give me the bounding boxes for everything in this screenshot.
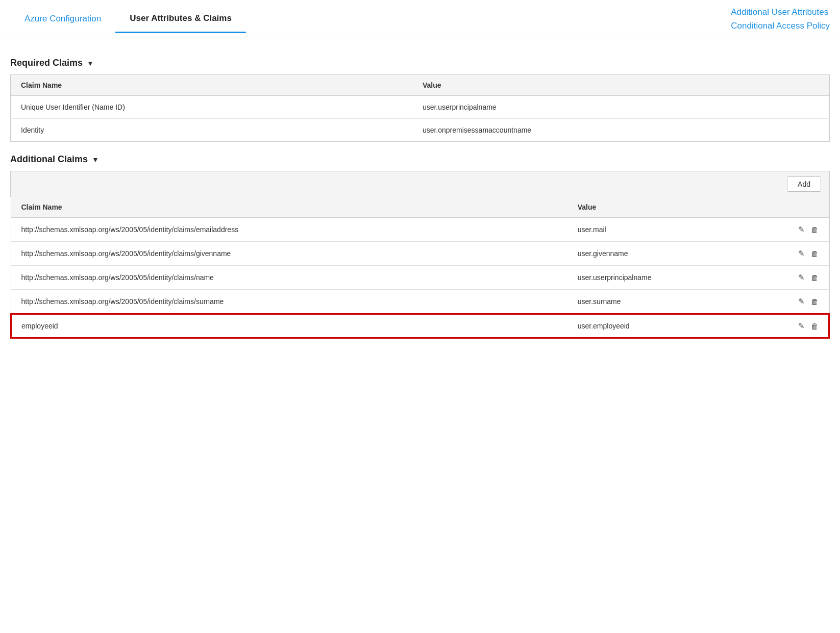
required-claim-value-cell: user.userprincipalname <box>412 96 830 119</box>
edit-icon[interactable]: ✎ <box>798 273 805 282</box>
tab-user-attributes-claims[interactable]: User Attributes & Claims <box>115 5 246 33</box>
content-area: Required Claims ▼ Claim Name Value Uniqu… <box>0 38 840 361</box>
required-col-value: Value <box>412 75 830 96</box>
delete-icon[interactable]: 🗑 <box>811 297 819 306</box>
required-col-claim-name: Claim Name <box>11 75 412 96</box>
link-additional-user-attributes[interactable]: Additional User Attributes <box>731 5 828 19</box>
required-claim-value-cell: user.onpremisessamaccountname <box>412 119 830 142</box>
required-claims-header-row: Claim Name Value <box>11 75 830 96</box>
additional-claims-title: Additional Claims <box>10 154 88 165</box>
additional-col-actions <box>788 197 829 218</box>
delete-icon[interactable]: 🗑 <box>811 273 819 282</box>
delete-icon[interactable]: 🗑 <box>811 225 819 234</box>
required-claims-row: Identity user.onpremisessamaccountname <box>11 119 830 142</box>
additional-col-claim-name: Claim Name <box>11 197 567 218</box>
edit-icon[interactable]: ✎ <box>798 225 805 234</box>
edit-icon[interactable]: ✎ <box>798 297 805 306</box>
additional-claim-actions-cell: ✎ 🗑 <box>788 266 829 290</box>
tab-azure-config[interactable]: Azure Configuration <box>10 6 115 32</box>
additional-claim-actions-cell: ✎ 🗑 <box>788 218 829 242</box>
delete-icon[interactable]: 🗑 <box>811 322 819 331</box>
edit-icon[interactable]: ✎ <box>798 249 805 258</box>
additional-claims-row: http://schemas.xmlsoap.org/ws/2005/05/id… <box>11 218 829 242</box>
additional-claims-row: http://schemas.xmlsoap.org/ws/2005/05/id… <box>11 242 829 266</box>
required-claims-table: Claim Name Value Unique User Identifier … <box>10 74 830 142</box>
required-claims-title: Required Claims <box>10 58 83 68</box>
required-claims-header: Required Claims ▼ <box>10 58 830 68</box>
additional-claims-toolbar: Add <box>10 171 830 197</box>
link-conditional-access-policy[interactable]: Conditional Access Policy <box>731 19 830 33</box>
additional-claim-name-cell: http://schemas.xmlsoap.org/ws/2005/05/id… <box>11 242 567 266</box>
required-claim-name-cell: Identity <box>11 119 412 142</box>
additional-claim-actions-cell: ✎ 🗑 <box>788 290 829 314</box>
edit-icon[interactable]: ✎ <box>798 321 805 331</box>
additional-claim-value-cell: user.surname <box>567 290 788 314</box>
additional-claims-header-row: Claim Name Value <box>11 197 829 218</box>
additional-claim-name-cell: http://schemas.xmlsoap.org/ws/2005/05/id… <box>11 218 567 242</box>
additional-claim-name-cell: employeeid <box>11 314 567 338</box>
page-container: Azure Configuration User Attributes & Cl… <box>0 0 840 361</box>
required-claims-chevron[interactable]: ▼ <box>87 59 94 67</box>
additional-claim-actions-cell: ✎ 🗑 <box>788 242 829 266</box>
additional-claims-chevron[interactable]: ▼ <box>92 156 99 164</box>
additional-claim-value-cell: user.userprincipalname <box>567 266 788 290</box>
additional-claim-value-cell: user.givenname <box>567 242 788 266</box>
additional-claims-table: Claim Name Value http://schemas.xmlsoap.… <box>10 197 830 339</box>
required-claim-name-cell: Unique User Identifier (Name ID) <box>11 96 412 119</box>
additional-claims-header: Additional Claims ▼ <box>10 154 830 165</box>
additional-claim-value-cell: user.employeeid <box>567 314 788 338</box>
nav-right-links: Additional User Attributes Conditional A… <box>721 0 830 38</box>
additional-claim-name-cell: http://schemas.xmlsoap.org/ws/2005/05/id… <box>11 290 567 314</box>
nav-tabs: Azure Configuration User Attributes & Cl… <box>0 0 840 38</box>
required-claims-row: Unique User Identifier (Name ID) user.us… <box>11 96 830 119</box>
additional-claims-row: employeeid user.employeeid ✎ 🗑 <box>11 314 829 338</box>
additional-claims-row: http://schemas.xmlsoap.org/ws/2005/05/id… <box>11 290 829 314</box>
additional-claim-value-cell: user.mail <box>567 218 788 242</box>
add-claim-button[interactable]: Add <box>787 176 821 192</box>
additional-col-value: Value <box>567 197 788 218</box>
delete-icon[interactable]: 🗑 <box>811 249 819 258</box>
additional-claims-row: http://schemas.xmlsoap.org/ws/2005/05/id… <box>11 266 829 290</box>
additional-claim-name-cell: http://schemas.xmlsoap.org/ws/2005/05/id… <box>11 266 567 290</box>
additional-claim-actions-cell: ✎ 🗑 <box>788 314 829 338</box>
